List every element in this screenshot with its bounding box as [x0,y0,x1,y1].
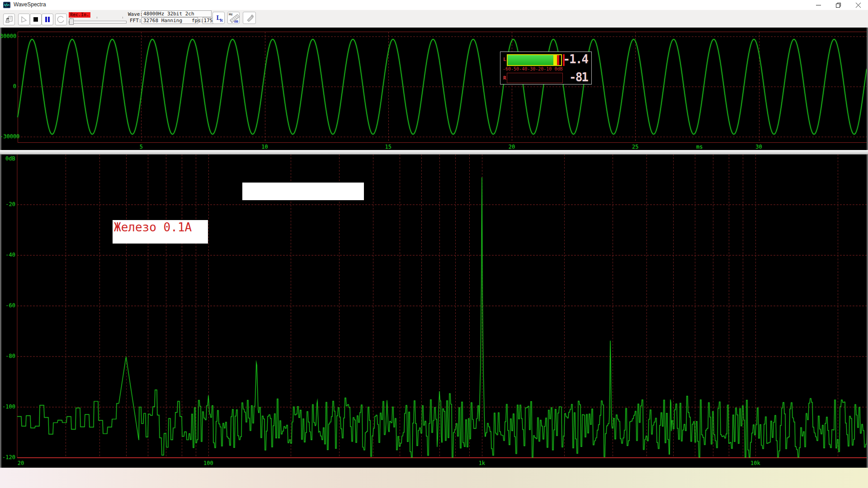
spectrum-y-tick: -20 [0,201,15,207]
channel-r-label: R [220,18,223,23]
settings-button[interactable] [243,12,256,24]
slider-tick [123,17,123,19]
loop-button[interactable] [55,14,67,25]
meter-right-label: R [503,75,506,81]
spectrum-y-tick: -80 [0,353,15,359]
play-icon [20,15,28,23]
close-icon [856,3,861,8]
spectrum-y-tick: -60 [0,302,15,309]
open-file-icon [5,15,13,23]
position-slider[interactable] [69,21,127,23]
stop-button[interactable] [30,14,42,25]
wave-label: Wave: [128,11,143,17]
spectrum-zero-label: 0dB [5,155,15,162]
wave-x-tick: 5 [140,144,143,150]
window-edge-left [0,28,1,468]
blank-overlay-box [242,183,364,200]
restore-icon [836,3,841,8]
spectrum-x-tick: 1k [479,460,485,466]
wave-x-tick: 10 [261,144,268,150]
spectrum-y-tick: -120 [0,454,15,460]
wave-x-tick: 30 [755,144,762,150]
level-meter[interactable]: L -1.4 -60-50-40-30-20-10 0dB R -81 [500,52,592,84]
spectrum-x-tick: 10k [750,460,760,466]
wave-y-tick: -30000 [0,133,16,140]
meter-left-label: L [503,56,506,62]
wave-and-spectrum-plot [0,28,868,468]
channel-lr-button[interactable]: L R [212,12,225,24]
screen: WaveSpectra [0,0,868,488]
panel-splitter[interactable] [0,150,868,155]
spectrum-x-tick: 100 [203,460,213,466]
restore-button[interactable] [828,0,848,10]
rec-in-indicator: Rec.In. [69,12,90,18]
pause-icon [43,15,52,23]
hz-label: Hz [229,13,233,16]
meter-right-bar [507,73,563,83]
wrench-icon [245,14,254,23]
window-title: WaveSpectra [14,1,46,8]
play-button[interactable] [18,14,30,25]
stop-icon [32,15,40,23]
db-label: dB [234,20,238,23]
wave-x-tick: 25 [632,144,638,150]
wave-x-tick: 15 [385,144,392,150]
spectrum-y-tick: -40 [0,252,15,258]
caption-box: Железо 0.1А [113,220,208,244]
wave-format-field: 48000Hz 32bit 2ch [142,10,212,17]
wave-x-tick: 20 [509,144,515,150]
pause-button[interactable] [42,14,53,25]
caption-text: Железо 0.1А [113,220,208,234]
position-slider-thumb[interactable] [69,19,74,25]
titlebar: WaveSpectra [0,0,868,10]
fps-label: fps: [192,18,204,23]
fft-label: FFT: [130,18,142,23]
app-icon [3,1,10,9]
meter-left-value: -1.4 [563,52,588,66]
meter-scale: -60-50-40-30-20-10 0dB [503,66,562,71]
minimize-icon [816,3,821,8]
open-file-button[interactable] [3,14,15,25]
fft-setting-field: 32768 Hanning [142,17,198,24]
taskbar: ❄ 1 2 см снега воскресенье Поиск [0,468,868,488]
meter-bar-red [557,55,560,65]
wave-y-tick: 30000 [0,33,16,39]
meter-left-bar [507,54,562,66]
meter-bar-green [508,55,553,65]
axis-scale-button[interactable]: Hz dB [227,12,240,24]
wave-y-tick: 0 [0,83,16,89]
toolbar: Rec.In. Wave: 48000Hz 32bit 2ch FFT: 327… [0,10,868,28]
wave-x-unit: ms [696,144,703,150]
minimize-button[interactable] [808,0,828,10]
close-button[interactable] [848,0,868,10]
spectrum-x-tick: 20 [18,460,24,466]
slider-tick [97,17,97,19]
meter-right-value: -81 [569,70,588,84]
spectrum-y-tick: -100 [0,404,15,410]
loop-icon [57,15,65,23]
meter-bar-yellow [553,55,557,65]
